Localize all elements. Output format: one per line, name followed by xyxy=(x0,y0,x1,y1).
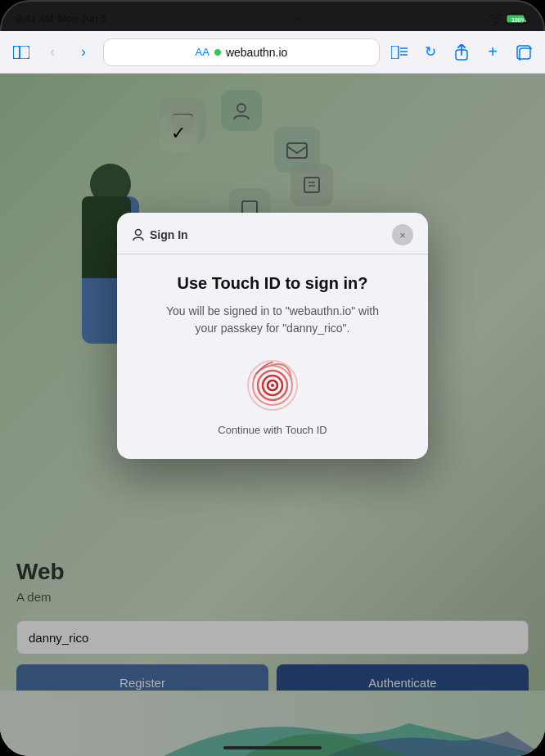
svg-rect-2 xyxy=(526,17,529,21)
modal-description: You will be signed in to "webauthn.io" w… xyxy=(158,303,387,337)
add-tab-button[interactable]: + xyxy=(481,41,504,64)
refresh-button[interactable]: ↻ xyxy=(419,41,442,64)
ipad-frame: 9:41 AM Mon Jun 5 ··· 100% xyxy=(0,0,545,756)
modal-close-button[interactable]: × xyxy=(392,224,413,245)
wifi-icon xyxy=(489,14,502,24)
modal-header-left: Sign In xyxy=(132,228,188,241)
time-display: 9:41 AM xyxy=(16,13,54,25)
person-icon xyxy=(132,228,145,241)
modal-header: Sign In × xyxy=(117,213,428,254)
address-bar[interactable]: AA webauthn.io xyxy=(103,38,380,66)
touch-id-icon[interactable] xyxy=(244,357,301,414)
dots-indicator: ··· xyxy=(294,13,302,25)
modal-overlay: Sign In × Use Touch ID to sign in? You w… xyxy=(0,74,545,756)
modal-header-label: Sign In xyxy=(150,228,188,241)
status-center: ··· xyxy=(294,13,302,25)
date-display: Mon Jun 5 xyxy=(58,13,106,25)
svg-point-30 xyxy=(271,384,274,387)
webpage-background: ✓ Web A dem danny_rico xyxy=(0,74,545,756)
svg-rect-7 xyxy=(391,46,399,59)
svg-text:100%: 100% xyxy=(511,17,527,23)
svg-rect-4 xyxy=(13,46,20,59)
browser-actions: ↻ + xyxy=(388,41,535,64)
browser-chrome: ‹ › AA webauthn.io ↻ xyxy=(0,31,545,74)
security-indicator xyxy=(214,49,221,56)
sign-in-modal: Sign In × Use Touch ID to sign in? You w… xyxy=(117,213,428,459)
status-left: 9:41 AM Mon Jun 5 xyxy=(16,13,106,25)
url-display: webauthn.io xyxy=(226,46,288,59)
status-right: 100% xyxy=(489,13,529,25)
fingerprint-svg xyxy=(244,357,301,414)
touch-id-label: Continue with Touch ID xyxy=(218,424,327,436)
svg-point-24 xyxy=(136,230,142,236)
forward-button[interactable]: › xyxy=(72,41,95,64)
status-bar: 9:41 AM Mon Jun 5 ··· 100% xyxy=(0,7,545,31)
reader-mode-button[interactable] xyxy=(388,41,411,64)
back-button[interactable]: ‹ xyxy=(41,41,64,64)
modal-title: Use Touch ID to sign in? xyxy=(178,274,368,293)
svg-rect-5 xyxy=(13,46,29,59)
share-button[interactable] xyxy=(450,41,473,64)
tabs-button[interactable] xyxy=(512,41,535,64)
aa-button[interactable]: AA xyxy=(196,46,209,58)
sidebar-toggle-button[interactable] xyxy=(10,41,33,64)
battery-icon: 100% xyxy=(506,13,529,25)
modal-body: Use Touch ID to sign in? You will be sig… xyxy=(117,254,428,459)
